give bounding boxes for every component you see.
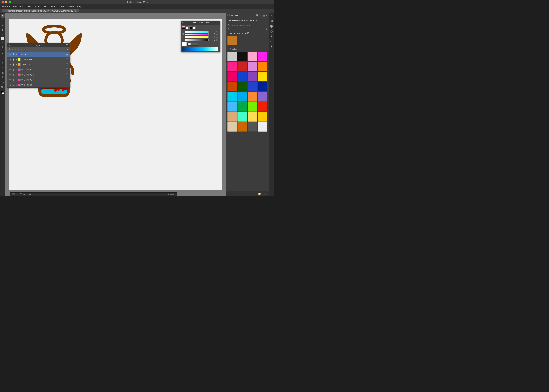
minimize-button[interactable] (5, 1, 7, 3)
menu-illustrator[interactable]: Illustrator (1, 5, 10, 8)
lib-color-swatch-1-10[interactable] (247, 72, 257, 81)
shape-tool[interactable]: ⬜ (0, 37, 5, 41)
lib-color-swatch-1-31[interactable] (258, 122, 267, 132)
tab-color[interactable]: Color (191, 21, 196, 24)
lib-color-swatch-1-26[interactable] (247, 112, 257, 122)
layer-target-icon[interactable] (66, 73, 68, 76)
menu-effect[interactable]: Effect (51, 5, 56, 8)
lib-color-swatch-1-1[interactable] (237, 52, 247, 61)
layer-lock-icon[interactable]: 🔒 (12, 84, 15, 86)
layers-menu-icon[interactable]: ☰ (66, 44, 68, 47)
close-button[interactable] (1, 1, 4, 3)
menu-select[interactable]: Select (42, 5, 48, 8)
libraries-expand-icon[interactable]: ⤢ (260, 14, 262, 17)
cmyk-k-slider[interactable] (185, 39, 209, 41)
lib-color-swatch-1-6[interactable] (247, 62, 257, 71)
lib-color-swatch-1-0[interactable] (227, 52, 237, 61)
selection-tool[interactable]: ↖ (0, 14, 5, 18)
cmyk-k-thumb[interactable] (208, 39, 209, 41)
lib-color-swatch-1-4[interactable] (227, 62, 237, 71)
layer-target-icon[interactable] (66, 53, 68, 56)
library-search-row[interactable]: 🔍 ▾ (226, 23, 269, 27)
layer-visibility-icon[interactable]: 👁 (8, 58, 12, 61)
layer-lock-icon[interactable]: 🔒 (12, 69, 15, 71)
right-bar-btn-4[interactable]: ◎ (269, 29, 274, 33)
right-bar-btn-7[interactable]: ⚙ (269, 44, 274, 49)
lib-color-swatch-1-7[interactable] (258, 62, 267, 71)
layer-row-wood[interactable]: 👁 🔒 ▶ wood (7, 52, 70, 57)
eyedropper-tool[interactable]: ⊕ (0, 75, 5, 79)
paintbrush-tool[interactable]: ✏ (0, 41, 5, 45)
layer-target-icon[interactable] (66, 63, 68, 66)
layer-row-working-4[interactable]: 👁 🔒 ▶ WORKING 4 (7, 83, 70, 88)
lib-color-swatch-1-29[interactable] (237, 122, 247, 132)
menu-file[interactable]: File (13, 5, 17, 8)
right-bar-btn-3[interactable]: ⬤ (269, 24, 274, 28)
lib-color-swatch-1-13[interactable] (237, 82, 247, 91)
zoom-display[interactable]: 131.1% (12, 193, 18, 196)
menu-edit[interactable]: Edit (19, 5, 23, 8)
layer-visibility-icon[interactable]: 👁 (8, 63, 12, 66)
layer-target-icon[interactable] (66, 68, 68, 71)
layer-lock-icon[interactable]: 🔒 (12, 74, 15, 76)
layer-target-icon[interactable] (66, 84, 68, 86)
type-tool[interactable]: T (0, 28, 5, 32)
lib-color-swatch-1-24[interactable] (227, 112, 237, 122)
library-search-input[interactable] (231, 24, 265, 26)
lib-color-swatch-1-22[interactable] (247, 102, 257, 112)
library-sort-icon[interactable]: ≡ (230, 28, 232, 30)
library-delete-icon[interactable]: 🗑 (265, 192, 267, 195)
right-bar-btn-2[interactable]: ▤ (269, 19, 274, 23)
hex-input[interactable]: ffffff (187, 43, 198, 46)
cmyk-y-thumb[interactable] (208, 36, 209, 38)
background-color[interactable] (193, 27, 196, 29)
window-controls[interactable] (1, 1, 11, 3)
layer-lock-icon[interactable]: 🔒 (12, 53, 15, 56)
menu-view[interactable]: View (59, 5, 64, 8)
library-back-arrow-icon[interactable]: ‹ (227, 19, 228, 22)
layer-row-working-1[interactable]: 👁 🔒 ▶ WORKING 1 (7, 67, 70, 72)
lib-section-header-1[interactable]: ▼ Acrylics (226, 47, 269, 51)
lib-color-swatch-1-3[interactable] (258, 52, 267, 61)
layer-expand-icon[interactable]: ▶ (15, 79, 18, 81)
scissors-tool[interactable]: ✂ (0, 55, 5, 59)
pen-tool[interactable]: ✒ (0, 24, 5, 28)
right-bar-btn-6[interactable]: ⟳ (269, 39, 274, 43)
cmyk-m-thumb[interactable] (208, 33, 209, 36)
layer-visibility-icon[interactable]: 👁 (8, 79, 12, 81)
layer-lock-icon[interactable]: 🔒 (12, 58, 15, 61)
zoom-tool[interactable]: 🔍 (0, 85, 5, 89)
layer-lock-icon[interactable]: 🔒 (12, 79, 15, 81)
document-tab[interactable]: ✕ ornaments-mothers-angels-bluebird.ai @… (1, 9, 79, 12)
cmyk-m-slider[interactable] (185, 34, 209, 35)
lib-color-swatch-1-11[interactable] (258, 72, 267, 81)
page-nav-prev[interactable]: ◀ (23, 193, 25, 196)
libraries-collapse-icon[interactable]: ≡ (266, 14, 267, 17)
library-add-item-icon[interactable]: + (262, 192, 264, 195)
lib-color-swatch-1-30[interactable] (247, 122, 257, 132)
layer-row-insidecut[interactable]: 👁 🔒 ▶ InsideCut (7, 62, 70, 67)
lib-color-swatch-1-12[interactable] (227, 82, 237, 91)
lib-color-swatch-1-15[interactable] (258, 82, 267, 91)
layer-expand-icon[interactable]: ▶ (15, 64, 18, 66)
cmyk-y-slider[interactable] (185, 36, 209, 38)
lib-color-swatch-0-0[interactable] (227, 36, 237, 45)
panel-close-zone[interactable]: ✕ (182, 21, 184, 24)
foreground-color[interactable] (190, 27, 192, 29)
color-panel-close-icon[interactable]: ✕ (182, 21, 184, 24)
swap-colors-icon[interactable]: ↔ (186, 27, 189, 29)
layer-row-template[interactable]: 👁 🔒 ▶ TEMPLATE (7, 57, 70, 62)
layer-visibility-icon[interactable]: 👁 (8, 69, 12, 71)
gradient-tool[interactable]: ◧ (0, 71, 5, 75)
tab-close-icon[interactable]: ✕ (4, 10, 5, 12)
lib-color-swatch-1-27[interactable] (258, 112, 267, 122)
lib-color-swatch-1-14[interactable] (247, 82, 257, 91)
right-bar-btn-5[interactable]: ✦ (269, 34, 274, 38)
layer-visibility-icon[interactable]: 👁 (8, 53, 12, 56)
artboard-tool[interactable]: ⬡ (0, 81, 5, 85)
lib-color-swatch-1-2[interactable] (247, 52, 257, 61)
cmyk-c-thumb[interactable] (208, 31, 209, 33)
layer-target-icon[interactable] (66, 78, 68, 81)
pencil-tool[interactable]: ✎ (0, 45, 5, 49)
layers-close-icon[interactable]: ✕ (8, 44, 10, 47)
